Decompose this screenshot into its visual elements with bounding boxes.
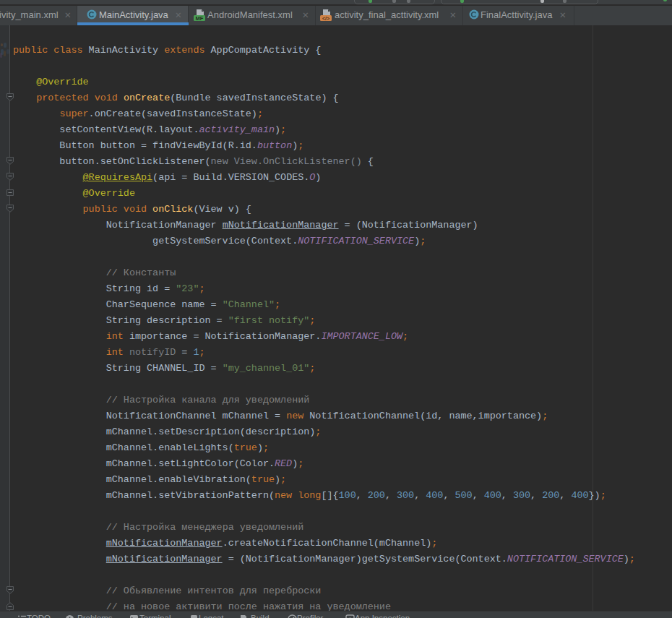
svg-text:</>: </> <box>322 16 329 21</box>
svg-text:MF: MF <box>196 15 204 22</box>
